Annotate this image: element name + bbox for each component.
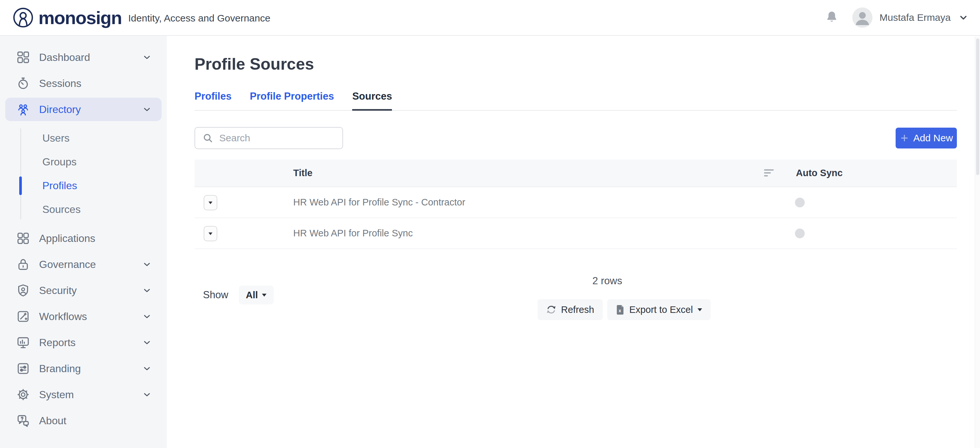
refresh-button[interactable]: Refresh [538,299,603,320]
chevron-down-icon [142,364,152,373]
row-title[interactable]: HR Web API for Profile Sync - Contractor [293,187,465,218]
people-icon [16,102,30,117]
table-row: HR Web API for Profile Sync - Contractor [194,187,957,218]
show-label: Show [203,289,228,301]
caret-down-icon [208,202,212,204]
chevron-down-icon [142,52,152,62]
sources-table: Title Auto Sync HR Web API for Profile S… [194,159,957,249]
svg-text:x: x [618,308,621,313]
sidebar-item-label: Dashboard [39,51,90,64]
sub-item-label: Sources [42,203,81,216]
sidebar-item-label: Governance [39,259,96,270]
topbar-right: Mustafa Ermaya [825,8,980,28]
page-title: Profile Sources [194,55,957,73]
sort-icon[interactable] [764,169,774,176]
search-icon [202,132,213,144]
gear-icon [16,387,30,402]
tab-profiles[interactable]: Profiles [194,91,232,110]
magic-wand-icon [16,309,30,324]
plus-icon [899,133,909,143]
tab-profile-properties[interactable]: Profile Properties [250,91,334,110]
row-actions-dropdown[interactable] [204,226,217,241]
brand-wordmark: monosign [38,7,122,28]
chevron-down-icon [142,286,152,295]
row-title[interactable]: HR Web API for Profile Sync [293,218,413,248]
main-content: Profile Sources Profiles Profile Propert… [167,36,980,448]
refresh-label: Refresh [561,304,594,315]
chevron-down-icon [142,390,152,399]
column-header-auto-sync: Auto Sync [796,159,843,187]
caret-down-icon [262,294,267,297]
stopwatch-icon [16,76,30,91]
sidebar-item-directory[interactable]: Directory [5,98,162,121]
chevron-down-icon [142,338,152,347]
sidebar-item-label: About [39,415,67,427]
row-count: 2 rows [592,275,622,287]
lock-icon [16,257,30,272]
user-menu-chevron-down-icon[interactable] [958,12,969,23]
user-name[interactable]: Mustafa Ermaya [880,12,951,23]
show-group: Show All [203,286,274,304]
brand-logo[interactable]: monosign [13,7,122,28]
sidebar-item-security[interactable]: Security [5,279,162,302]
sliders-icon [16,361,30,376]
directory-submenu: Users Groups Profiles Sources [0,126,167,221]
export-label: Export to Excel [630,304,693,315]
sidebar-item-label: Branding [39,363,81,375]
sidebar-item-label: Workflows [39,311,87,322]
sub-item-label: Groups [42,156,76,168]
page-size-dropdown[interactable]: All [239,286,274,304]
chevron-down-icon [142,311,152,321]
add-new-button[interactable]: Add New [896,128,957,148]
sidebar-item-label: Applications [39,232,95,245]
search-input[interactable] [219,132,330,144]
sidebar-item-label: System [39,389,74,401]
caret-down-icon [698,308,702,311]
scrollbar-thumb[interactable] [976,38,979,175]
sidebar-item-groups[interactable]: Groups [0,150,167,174]
sidebar-item-governance[interactable]: Governance [5,253,162,276]
export-to-excel-button[interactable]: x Export to Excel [607,299,711,320]
refresh-icon [546,304,557,315]
add-new-label: Add New [913,132,953,144]
sidebar: Dashboard Sessions Directory Users Group… [0,36,167,448]
sidebar-item-label: Security [39,284,77,297]
monosign-logo-icon [13,7,34,28]
avatar[interactable] [852,8,872,28]
sidebar-item-dashboard[interactable]: Dashboard [5,46,162,69]
table-footer: 2 rows Show All [194,249,957,347]
brand-tagline: Identity, Access and Governance [128,13,270,24]
column-header-title: Title [293,159,312,187]
chat-question-icon [16,413,30,428]
vertical-scrollbar[interactable] [975,37,980,448]
sidebar-item-label: Sessions [39,78,81,89]
tab-sources[interactable]: Sources [352,91,392,110]
sub-item-label: Profiles [42,180,77,192]
caret-down-icon [208,232,212,235]
sidebar-item-users[interactable]: Users [0,126,167,150]
sidebar-item-profiles[interactable]: Profiles [0,174,167,198]
page-size-value: All [246,290,258,300]
sidebar-item-workflows[interactable]: Workflows [5,305,162,328]
sidebar-item-branding[interactable]: Branding [5,357,162,380]
table-header: Title Auto Sync [194,159,957,187]
auto-sync-indicator [795,229,805,238]
sub-item-label: Users [42,132,70,144]
tab-bar: Profiles Profile Properties Sources [194,91,957,111]
monitor-chart-icon [16,335,30,350]
sidebar-item-applications[interactable]: Applications [5,227,162,250]
bell-icon[interactable] [825,10,838,25]
sidebar-item-label: Reports [39,337,76,349]
table-actions: Refresh x Export to Excel [538,299,711,320]
auto-sync-indicator [795,198,805,207]
apps-grid-icon [16,231,30,246]
sidebar-item-about[interactable]: About [5,409,162,432]
dashboard-icon [16,50,30,65]
sidebar-item-system[interactable]: System [5,383,162,406]
sidebar-item-sources[interactable]: Sources [0,198,167,221]
sidebar-item-reports[interactable]: Reports [5,331,162,354]
table-row: HR Web API for Profile Sync [194,218,957,249]
toolbar: Add New [194,127,957,149]
row-actions-dropdown[interactable] [204,195,217,210]
sidebar-item-sessions[interactable]: Sessions [5,71,162,95]
